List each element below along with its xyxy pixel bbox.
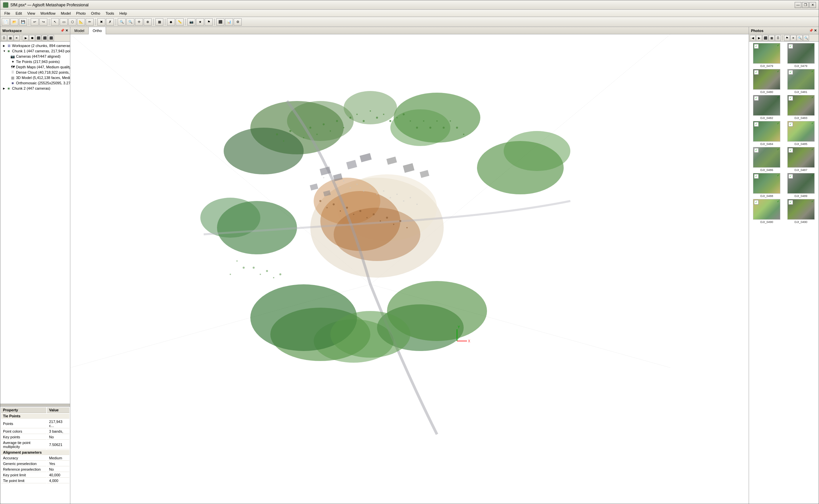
menu-model[interactable]: Model <box>58 11 73 16</box>
tab-ortho[interactable]: Ortho <box>89 27 106 34</box>
menu-view[interactable]: View <box>25 11 38 16</box>
ws-btn-8[interactable]: ⬛ <box>48 35 54 41</box>
tree-densecloud[interactable]: ▶ ⠿ Dense Cloud (40,718,922 points, Me..… <box>0 70 70 75</box>
toolbar-marker[interactable]: ◆ <box>167 18 175 26</box>
toolbar-rect-select[interactable]: ▭ <box>60 18 68 26</box>
viewport[interactable]: Perspective XT Drag Axis, ID <box>70 34 749 504</box>
photos-btn-3[interactable]: ⬛ <box>762 35 768 41</box>
menu-photo[interactable]: Photo <box>73 11 88 16</box>
toolbar-pen[interactable]: ✏ <box>86 18 94 26</box>
photo-check-dji0486[interactable]: ✓ <box>754 148 759 153</box>
photo-item-dji0486[interactable]: ✓ ✓ DJI_0486 <box>750 147 783 172</box>
photo-thumb-dji0490a[interactable]: ✓ ✓ <box>753 199 780 220</box>
toolbar-redo[interactable]: ↪ <box>39 18 47 26</box>
photo-item-dji0490a[interactable]: ✓ ✓ DJI_0490 <box>750 199 783 224</box>
photo-item-dji0482[interactable]: ✓ ✓ DJI_0482 <box>750 95 783 120</box>
photo-check-dji0490a[interactable]: ✓ <box>754 200 759 205</box>
tree-chunk1[interactable]: ▼ ■ Chunk 1 (447 cameras, 217,943 points <box>0 48 70 54</box>
photo-check-dji0482[interactable]: ✓ <box>754 96 759 101</box>
photo-check-dji0488[interactable]: ✓ <box>754 174 759 179</box>
photo-thumb-dji0484[interactable]: ✓ ✓ <box>753 121 780 142</box>
photo-check-dji0490b[interactable]: ✓ <box>788 200 793 205</box>
toolbar-settings[interactable]: ⚙ <box>234 18 242 26</box>
toolbar-rotate[interactable]: ⊕ <box>144 18 152 26</box>
photo-thumb-dji0490b[interactable]: ✓ ✓ <box>787 199 815 220</box>
ws-btn-7[interactable]: ⬛ <box>42 35 48 41</box>
photo-thumb-dji0488[interactable]: ✓ ✓ <box>753 173 780 194</box>
toolbar-measure[interactable]: 📐 <box>77 18 85 26</box>
photos-btn-2[interactable]: ▶ <box>756 35 762 41</box>
menu-tools[interactable]: Tools <box>103 11 117 16</box>
photos-btn-5[interactable]: ☰ <box>775 35 781 41</box>
toolbar-zoom-out[interactable]: 🔍 <box>118 18 126 26</box>
photo-thumb-dji0482[interactable]: ✓ ✓ <box>753 95 780 116</box>
workspace-pin-icon[interactable]: 📌 <box>60 29 64 32</box>
minimize-button[interactable]: — <box>795 2 801 8</box>
photo-thumb-dji0479a[interactable]: ✓ ✓ <box>753 43 780 64</box>
restore-button[interactable]: ❐ <box>802 2 809 8</box>
photos-btn-6[interactable]: ⚑ <box>784 35 790 41</box>
tree-cameras[interactable]: ▶ 📷 Cameras (447/447 aligned) <box>0 54 70 59</box>
toolbar-select[interactable]: ↖ <box>51 18 59 26</box>
photo-check-dji0483[interactable]: ✓ <box>788 96 793 101</box>
toolbar-undo[interactable]: ↩ <box>31 18 39 26</box>
tree-workspace[interactable]: ▶ 🖥 Workspace (2 chunks, 894 cameras) <box>0 43 70 48</box>
ws-btn-5[interactable]: ⏹ <box>29 35 35 41</box>
photo-check-dji0479a[interactable]: ✓ <box>754 44 759 49</box>
photos-pin-icon[interactable]: 📌 <box>809 29 813 32</box>
workspace-close-icon[interactable]: ✕ <box>65 29 68 32</box>
toolbar-new[interactable]: 📄 <box>2 18 10 26</box>
photos-btn-7[interactable]: ✕ <box>790 35 796 41</box>
photo-item-dji0484[interactable]: ✓ ✓ DJI_0484 <box>750 121 783 146</box>
photo-item-dji0479a[interactable]: ✓ ✓ DJI_0479 <box>750 43 783 68</box>
photo-item-dji0488[interactable]: ✓ ✓ DJI_0488 <box>750 173 783 198</box>
close-button[interactable]: ✕ <box>809 2 816 8</box>
photos-btn-4[interactable]: ▦ <box>769 35 775 41</box>
menu-workflow[interactable]: Workflow <box>38 11 58 16</box>
toolbar-flag[interactable]: ⚑ <box>205 18 213 26</box>
menu-ortho[interactable]: Ortho <box>88 11 103 16</box>
photo-thumb-dji0481[interactable]: ✓ ✓ <box>787 69 815 90</box>
menu-help[interactable]: Help <box>117 11 130 16</box>
ws-btn-6[interactable]: ⬛ <box>35 35 41 41</box>
toolbar-grid[interactable]: ▦ <box>155 18 163 26</box>
toolbar-export[interactable]: ⬛ <box>216 18 224 26</box>
photo-check-dji0479b[interactable]: ✓ <box>788 44 793 49</box>
photo-check-dji0485[interactable]: ✓ <box>788 122 793 127</box>
ws-btn-1[interactable]: ☰ <box>1 35 7 41</box>
toolbar-star[interactable]: ★ <box>196 18 204 26</box>
toolbar-camera[interactable]: 📷 <box>187 18 195 26</box>
photo-thumb-dji0487[interactable]: ✓ ✓ <box>787 147 815 168</box>
photos-btn-8[interactable]: 🔍 <box>797 35 803 41</box>
tree-chunk2[interactable]: ▶ ■ Chunk 2 (447 cameras) <box>0 86 70 91</box>
toolbar-pan[interactable]: ✛ <box>135 18 143 26</box>
photo-item-dji0490b[interactable]: ✓ ✓ DJI_0490 <box>785 199 818 224</box>
tree-depthmaps[interactable]: ▶ 🗺 Depth Maps (447, Medium quality, P..… <box>0 64 70 70</box>
toolbar-ruler[interactable]: 📏 <box>176 18 184 26</box>
photo-item-dji0489[interactable]: ✓ ✓ DJI_0489 <box>785 173 818 198</box>
ws-btn-4[interactable]: ▶ <box>23 35 29 41</box>
photo-item-dji0481[interactable]: ✓ ✓ DJI_0481 <box>785 69 818 94</box>
toolbar-chart[interactable]: 📊 <box>225 18 233 26</box>
tab-model[interactable]: Model <box>70 27 89 34</box>
menu-edit[interactable]: Edit <box>13 11 25 16</box>
photo-item-dji0487[interactable]: ✓ ✓ DJI_0487 <box>785 147 818 172</box>
photo-thumb-dji0479b[interactable]: ✓ ✓ <box>787 43 815 64</box>
menu-file[interactable]: File <box>2 11 13 16</box>
toolbar-zoom-in[interactable]: 🔍 <box>126 18 134 26</box>
photos-btn-1[interactable]: ◀ <box>750 35 756 41</box>
toolbar-delete2[interactable]: ✗ <box>106 18 114 26</box>
photo-item-dji0485[interactable]: ✓ ✓ DJI_0485 <box>785 121 818 146</box>
ws-btn-2[interactable]: ▦ <box>7 35 13 41</box>
photos-btn-9[interactable]: 🔍 <box>803 35 809 41</box>
photo-check-dji0484[interactable]: ✓ <box>754 122 759 127</box>
photo-thumb-dji0485[interactable]: ✓ ✓ <box>787 121 815 142</box>
photo-thumb-dji0480[interactable]: ✓ ✓ <box>753 69 780 90</box>
photo-thumb-dji0486[interactable]: ✓ ✓ <box>753 147 780 168</box>
photo-thumb-dji0483[interactable]: ✓ ✓ <box>787 95 815 116</box>
photo-check-dji0487[interactable]: ✓ <box>788 148 793 153</box>
photo-check-dji0481[interactable]: ✓ <box>788 70 793 75</box>
toolbar-brush[interactable]: ⬡ <box>68 18 76 26</box>
photo-item-dji0479b[interactable]: ✓ ✓ DJI_0479 <box>785 43 818 68</box>
tree-tiepoints[interactable]: ▶ ✦ Tie Points (217,943 points) <box>0 59 70 64</box>
